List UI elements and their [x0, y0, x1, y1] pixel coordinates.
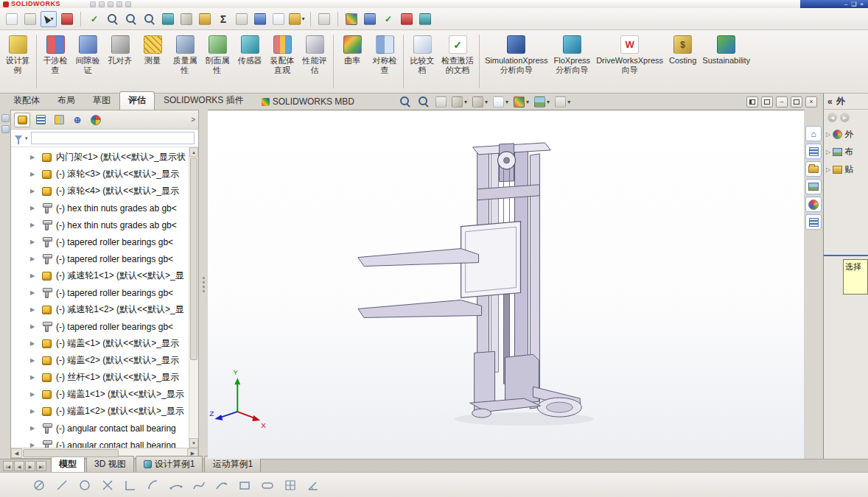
tree-horizontal-scrollbar[interactable]: ◀ ▶: [11, 448, 198, 458]
expand-arrow-icon[interactable]: [30, 323, 38, 330]
scrollbar-track[interactable]: [189, 157, 198, 438]
expand-arrow-icon[interactable]: [30, 171, 38, 177]
expand-arrow-icon[interactable]: [30, 391, 38, 398]
display-style-icon[interactable]: ▾: [472, 96, 488, 107]
doc-restore-icon[interactable]: [791, 96, 802, 107]
view-palette-icon[interactable]: [805, 179, 822, 194]
expand-arrow-icon[interactable]: [30, 205, 38, 211]
pane-toggle-icon[interactable]: [1, 125, 10, 133]
tree-item[interactable]: (-) 端盖1<1> (默认<<默认>_显示: [11, 386, 189, 403]
expand-arrow-icon[interactable]: [30, 374, 38, 381]
expand-arrow-icon[interactable]: [30, 154, 38, 161]
ribbon-button-design-study[interactable]: 设计算 例: [1, 32, 34, 91]
prev-tab-icon[interactable]: ◀: [14, 461, 24, 471]
scrollbar-track[interactable]: [22, 448, 187, 458]
ribbon-button-assembly-visualization[interactable]: 装配体 直观: [266, 32, 298, 91]
expand-arrow-icon[interactable]: [30, 425, 38, 431]
ribbon-button-curvature[interactable]: 曲率: [336, 32, 368, 91]
tree-vertical-scrollbar[interactable]: ▲ ▼: [189, 147, 198, 448]
tab-layout[interactable]: 布局: [49, 91, 84, 110]
propertymanager-tab[interactable]: [32, 113, 49, 127]
qa-icon[interactable]: [99, 1, 105, 7]
task-pane-header[interactable]: « 外: [823, 94, 868, 110]
apply-scene-icon[interactable]: ▾: [534, 96, 550, 107]
measure-icon[interactable]: [197, 11, 213, 27]
zoom-to-area-icon[interactable]: [417, 95, 430, 108]
tree-item[interactable]: (-) 减速轮1<2> (默认<<默认>_显: [11, 301, 189, 318]
scroll-up-icon[interactable]: ▲: [189, 147, 198, 157]
ribbon-button-clearance-verification[interactable]: 间隙验 证: [71, 32, 104, 91]
corner-icon[interactable]: [122, 477, 139, 493]
edit-annotation-icon[interactable]: ▾: [289, 11, 305, 27]
bottom-tab-model[interactable]: 模型: [51, 456, 85, 472]
expand-arrow-icon[interactable]: [30, 289, 38, 296]
configurationmanager-tab[interactable]: [51, 113, 67, 127]
ribbon-button-compare-documents[interactable]: 比较文 档: [406, 32, 438, 91]
filter-dropdown-icon[interactable]: ▾: [25, 135, 28, 141]
panel-splitter[interactable]: [199, 110, 208, 459]
ribbon-button-symmetry-check[interactable]: 对称检 查: [368, 32, 401, 91]
design-table-icon[interactable]: [316, 11, 332, 27]
expand-arrow-icon[interactable]: [30, 272, 38, 279]
expand-arrow-icon[interactable]: [30, 408, 38, 415]
edit-appearance-icon[interactable]: ▾: [514, 96, 529, 107]
zoom-to-area-icon[interactable]: [123, 11, 139, 27]
web-help-icon[interactable]: [417, 11, 433, 27]
check-ok-icon[interactable]: ✓: [380, 11, 396, 27]
select-arrow-icon[interactable]: ▾: [41, 11, 57, 27]
custom-properties-icon[interactable]: [805, 214, 822, 230]
first-tab-icon[interactable]: |◀: [3, 461, 13, 471]
dimxpertmanager-tab[interactable]: ⊕: [69, 113, 85, 127]
no-entity-icon[interactable]: [31, 477, 47, 493]
equations-sigma-icon[interactable]: Σ: [215, 11, 231, 27]
angle-dimension-icon[interactable]: [305, 477, 321, 493]
tree-item[interactable]: (-) 端盖1<2> (默认<<默认>_显示: [11, 403, 189, 420]
grid-icon[interactable]: [282, 477, 298, 493]
ribbon-button-sustainability[interactable]: Sustainability: [699, 32, 753, 91]
ribbon-button-interference-detection[interactable]: 干涉检 查: [39, 32, 71, 91]
view-settings-icon[interactable]: ▾: [555, 96, 570, 107]
tangent-arc-icon[interactable]: [214, 477, 230, 493]
ribbon-button-measure[interactable]: 测量: [136, 32, 169, 91]
displaymanager-tab[interactable]: [88, 113, 104, 127]
slot-icon[interactable]: [259, 477, 276, 493]
trim-entities-icon[interactable]: [234, 11, 250, 27]
tree-item[interactable]: (-) 丝杆<1> (默认<<默认>_显示: [11, 369, 189, 386]
scrollbar-thumb[interactable]: [23, 449, 119, 457]
appearances-wheel-icon[interactable]: [805, 197, 822, 212]
nav-back-icon[interactable]: ◀: [827, 113, 837, 122]
ribbon-button-check-active-document[interactable]: ✓ 检查激活 的文档: [438, 32, 477, 91]
last-tab-icon[interactable]: ▶|: [36, 461, 46, 471]
zoom-to-fit-icon[interactable]: [105, 11, 121, 27]
home-icon[interactable]: ⌂: [805, 126, 822, 141]
bottom-tab-design-study[interactable]: 设计算例1: [136, 456, 203, 472]
close-button[interactable]: ×: [860, 1, 864, 7]
minimize-button[interactable]: –: [844, 1, 847, 7]
nav-forward-icon[interactable]: ▶: [840, 113, 850, 122]
tree-item[interactable]: (-) angular contact ball bearing: [11, 437, 189, 448]
pane-right-icon[interactable]: [761, 96, 773, 107]
ribbon-button-mass-properties[interactable]: 质量属 性: [169, 32, 201, 91]
pan-view-icon[interactable]: [178, 11, 195, 27]
graphics-viewport[interactable]: Y Z X: [208, 110, 804, 459]
line-icon[interactable]: [54, 477, 70, 493]
tree-item[interactable]: (-) tapered roller bearings gb<: [11, 318, 189, 335]
tab-solidworks-addins[interactable]: SOLIDWORKS 插件: [155, 91, 253, 110]
expand-arrow-icon[interactable]: ▷: [826, 166, 830, 173]
spline-icon[interactable]: [191, 477, 207, 493]
tree-item[interactable]: (-) 滚轮<3> (默认<<默认>_显示: [11, 166, 189, 183]
doc-close-icon[interactable]: ×: [805, 96, 817, 107]
next-tab-icon[interactable]: ▶: [25, 461, 35, 471]
ribbon-button-sensor[interactable]: 传感器: [234, 32, 266, 91]
expand-arrow-icon[interactable]: [30, 442, 38, 448]
stop-macro-icon[interactable]: [59, 11, 75, 27]
tab-evaluate[interactable]: 评估: [119, 91, 155, 110]
expand-tabs-chevron-icon[interactable]: >: [191, 116, 195, 124]
tab-sketch[interactable]: 草图: [84, 91, 119, 110]
circle-icon[interactable]: [77, 477, 93, 493]
expand-arrow-icon[interactable]: [30, 222, 38, 228]
trim-icon[interactable]: [99, 477, 116, 493]
section-view-icon[interactable]: [435, 96, 447, 107]
scroll-down-icon[interactable]: ▼: [189, 438, 198, 448]
qa-icon[interactable]: [116, 1, 122, 7]
